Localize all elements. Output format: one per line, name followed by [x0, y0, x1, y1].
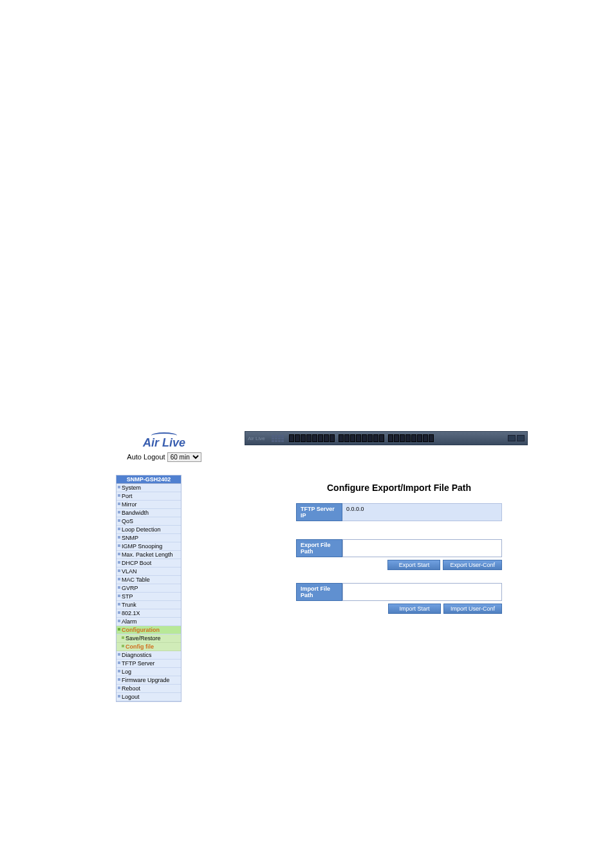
nav-item-dhcp-boot[interactable]: DHCP Boot [116, 559, 181, 568]
nav-item-mac-table[interactable]: MAC Table [116, 576, 181, 584]
nav-item-trunk[interactable]: Trunk [116, 601, 181, 609]
nav-item-gvrp[interactable]: GVRP [116, 584, 181, 593]
nav-item-8021x[interactable]: 802.1X [116, 609, 181, 618]
logo-block: Air Live Auto Logout 60 min [116, 432, 212, 462]
nav-item-vlan[interactable]: VLAN [116, 568, 181, 576]
port-group-1 [289, 434, 335, 442]
brand-logo: Air Live [116, 436, 212, 450]
nav-item-log[interactable]: Log [116, 668, 181, 676]
nav-item-system[interactable]: System [116, 484, 181, 492]
led-panel [272, 435, 284, 442]
nav-item-mirror[interactable]: Mirror [116, 501, 181, 509]
switch-brand-label: Air Live [248, 436, 265, 441]
tftp-label: TFTP Server IP [296, 503, 342, 521]
nav-item-stp[interactable]: STP [116, 593, 181, 601]
sidebar-nav: SNMP-GSH2402 System Port Mirror Bandwidt… [116, 475, 181, 702]
nav-item-reboot[interactable]: Reboot [116, 685, 181, 693]
nav-item-diagnostics[interactable]: Diagnostics [116, 651, 181, 660]
port-group-2 [339, 434, 384, 442]
import-path-input[interactable] [342, 583, 502, 601]
nav-item-max-packet[interactable]: Max. Packet Length [116, 551, 181, 559]
tftp-row: TFTP Server IP 0.0.0.0 [296, 503, 502, 521]
export-path-input[interactable] [342, 539, 502, 557]
nav-item-qos[interactable]: QoS [116, 517, 181, 526]
nav-item-firmware[interactable]: Firmware Upgrade [116, 676, 181, 685]
auto-logout-row: Auto Logout 60 min [116, 452, 212, 462]
import-row: Import File Path [296, 583, 502, 601]
nav-sub-config-file[interactable]: Config file [116, 643, 181, 651]
nav-item-port[interactable]: Port [116, 492, 181, 501]
export-label: Export File Path [296, 539, 342, 557]
nav-sub-save-restore[interactable]: Save/Restore [116, 634, 181, 643]
import-start-button[interactable]: Import Start [388, 604, 441, 614]
export-user-conf-button[interactable]: Export User-Conf [443, 560, 502, 570]
nav-item-igmp[interactable]: IGMP Snooping [116, 542, 181, 551]
nav-item-configuration[interactable]: Configuration [116, 626, 181, 634]
import-user-conf-button[interactable]: Import User-Conf [443, 604, 502, 614]
nav-header: SNMP-GSH2402 [116, 476, 181, 484]
auto-logout-label: Auto Logout [127, 453, 165, 461]
nav-item-snmp[interactable]: SNMP [116, 534, 181, 542]
nav-item-bandwidth[interactable]: Bandwidth [116, 509, 181, 517]
tftp-value: 0.0.0.0 [342, 503, 502, 521]
nav-item-logout[interactable]: Logout [116, 693, 181, 701]
export-row: Export File Path [296, 539, 502, 557]
switch-device-image: Air Live [245, 431, 528, 445]
export-start-button[interactable]: Export Start [387, 560, 440, 570]
page-title: Configure Export/Import File Path [296, 483, 502, 493]
nav-item-tftp-server[interactable]: TFTP Server [116, 660, 181, 668]
uplink-group [508, 435, 525, 441]
main-panel: Configure Export/Import File Path TFTP S… [296, 483, 502, 627]
port-group-3 [388, 434, 434, 442]
import-label: Import File Path [296, 583, 342, 601]
auto-logout-select[interactable]: 60 min [167, 452, 201, 462]
nav-item-alarm[interactable]: Alarm [116, 618, 181, 626]
nav-item-loop-detection[interactable]: Loop Detection [116, 526, 181, 534]
